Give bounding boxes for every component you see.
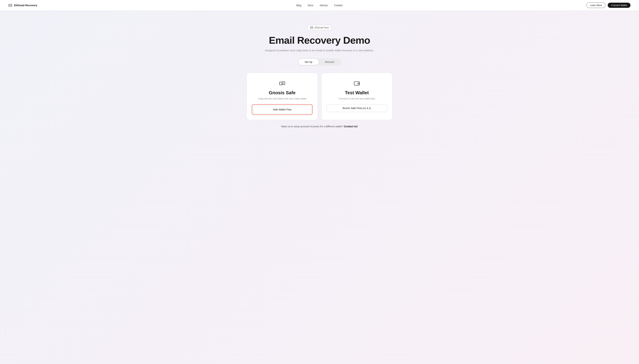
nav-docs[interactable]: Docs (308, 4, 313, 7)
svg-rect-0 (9, 4, 12, 6)
svg-rect-4 (354, 82, 359, 85)
nav-links: Blog Docs Demos Contact (296, 4, 343, 7)
navbar: ZKEmail Recovery Blog Docs Demos Contact… (0, 0, 639, 11)
page-subtitle: Assigned Guardians must reply back to an… (265, 49, 374, 52)
learn-more-button[interactable]: Learn More (586, 2, 605, 8)
navbar-actions: Learn More Connect Wallet (586, 2, 630, 8)
burner-safe-flow-button[interactable]: Burner Safe Flow (v1.4.1) (326, 104, 387, 112)
tab-group: Set Up Recover (298, 58, 342, 66)
gnosis-safe-icon (278, 79, 286, 87)
tab-recover[interactable]: Recover (319, 59, 341, 65)
nav-blog[interactable]: Blog (296, 4, 301, 7)
badge-label: ZKEmail Tech (315, 26, 329, 29)
gnosis-safe-card: Gnosis Safe Copy the link and import int… (247, 73, 318, 120)
connect-wallet-button[interactable]: Connect Wallet (608, 3, 630, 8)
footer-note: Want us to setup account recovery for a … (281, 125, 358, 128)
badge-email-icon (310, 26, 313, 29)
page-title: Email Recovery Demo (269, 34, 370, 46)
nav-contact[interactable]: Contact (334, 4, 343, 7)
navbar-brand-group: ZKEmail Recovery (9, 4, 37, 7)
test-wallet-card-desc: Connect to see the test wallet flow (339, 97, 375, 100)
footer-note-text: Want us to setup account recovery for a … (281, 125, 343, 128)
email-icon (9, 4, 12, 7)
test-wallet-card-title: Test Wallet (345, 90, 369, 96)
cards-container: Gnosis Safe Copy the link and import int… (247, 73, 392, 120)
gnosis-card-desc: Copy the link and import into your Safe … (258, 97, 306, 100)
svg-rect-1 (310, 27, 313, 28)
hero-badge: ZKEmail Tech (307, 25, 332, 30)
test-wallet-card: Test Wallet Connect to see the test wall… (321, 73, 392, 120)
svg-rect-3 (282, 82, 285, 84)
svg-point-6 (358, 83, 359, 84)
safe-wallet-flow-button[interactable]: Safe Wallet Flow (253, 106, 311, 114)
hero-section: ZKEmail Tech Email Recovery Demo Assigne… (0, 11, 639, 138)
brand-name: ZKEmail Recovery (14, 4, 37, 7)
contact-us-link[interactable]: Contact Us! (344, 125, 358, 128)
gnosis-card-title: Gnosis Safe (269, 90, 296, 96)
nav-demos[interactable]: Demos (320, 4, 328, 7)
tab-setup[interactable]: Set Up (298, 59, 319, 65)
gnosis-card-button-wrap: Safe Wallet Flow (252, 104, 313, 115)
test-wallet-icon (353, 79, 361, 87)
